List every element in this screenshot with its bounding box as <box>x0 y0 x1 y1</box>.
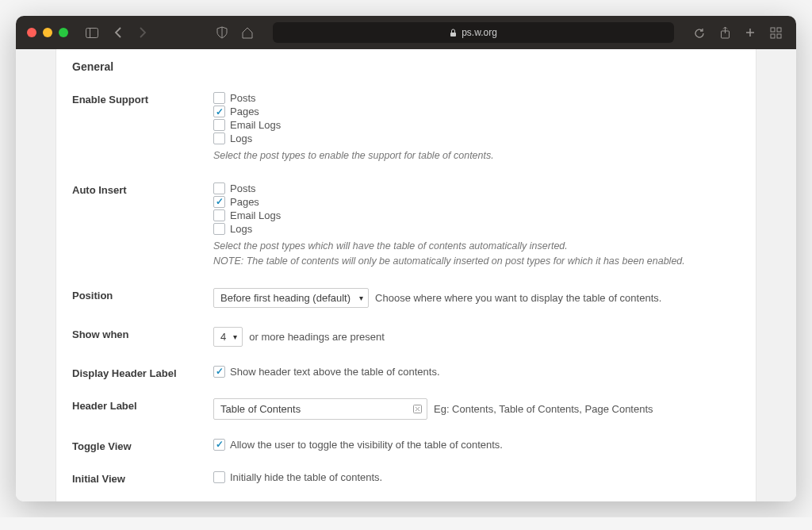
autoinsert-posts-label: Posts <box>230 182 256 194</box>
auto-insert-hint1: Select the post types which will have th… <box>213 240 740 254</box>
section-title: General <box>72 60 740 73</box>
display-header-text: Show header text above the table of cont… <box>230 366 440 378</box>
enable-logs-checkbox[interactable] <box>213 132 225 144</box>
toggle-view-label: Toggle View <box>72 439 213 452</box>
position-label: Position <box>72 288 213 301</box>
enable-logs-label: Logs <box>230 132 252 144</box>
enable-posts-label: Posts <box>230 92 256 104</box>
enable-support-label: Enable Support <box>72 92 213 106</box>
page-content: General Enable Support Posts Pages Email… <box>16 49 796 501</box>
toggle-view-checkbox[interactable] <box>213 439 225 451</box>
autoinsert-pages-label: Pages <box>230 196 259 208</box>
close-window-button[interactable] <box>27 28 36 37</box>
autoinsert-logs-label: Logs <box>230 223 252 235</box>
enable-support-row: Enable Support Posts Pages Email Logs Lo… <box>72 92 740 163</box>
autoinsert-logs-checkbox[interactable] <box>213 223 225 235</box>
back-button[interactable] <box>108 23 127 42</box>
svg-rect-3 <box>450 33 456 36</box>
position-select[interactable]: Before first heading (default) <box>213 288 369 308</box>
header-label-row: Header Label Eg: Contents, Table of Cont… <box>72 398 740 420</box>
browser-window: ps.w.org General Enable Support Posts Pa… <box>16 16 796 501</box>
header-label-input[interactable] <box>213 398 427 420</box>
header-label-after-text: Eg: Contents, Table of Contents, Page Co… <box>434 403 653 415</box>
autoinsert-pages-checkbox[interactable] <box>213 196 225 208</box>
toggle-view-row: Toggle View Allow the user to toggle the… <box>72 439 740 452</box>
share-button[interactable] <box>715 23 734 42</box>
show-when-after-text: or more headings are present <box>249 331 385 343</box>
lock-icon <box>450 29 457 37</box>
new-tab-button[interactable] <box>741 23 760 42</box>
maximize-window-button[interactable] <box>59 28 68 37</box>
settings-panel: General Enable Support Posts Pages Email… <box>56 49 756 501</box>
display-header-checkbox[interactable] <box>213 366 225 378</box>
tabs-overview-button[interactable] <box>766 23 785 42</box>
initial-view-label: Initial View <box>72 471 213 485</box>
svg-rect-10 <box>771 34 775 38</box>
enable-support-hint: Select the post types to enable the supp… <box>213 149 740 163</box>
url-text: ps.w.org <box>462 27 497 38</box>
show-when-select[interactable]: 4 <box>213 327 243 347</box>
browser-toolbar: ps.w.org <box>16 16 796 49</box>
display-header-row: Display Header Label Show header text ab… <box>72 366 740 379</box>
auto-insert-label: Auto Insert <box>72 182 213 196</box>
initial-view-text: Initially hide the table of contents. <box>230 471 382 483</box>
enable-posts-checkbox[interactable] <box>213 92 225 104</box>
clear-icon[interactable] <box>412 403 423 414</box>
auto-insert-hint2: NOTE: The table of contents will only be… <box>213 255 740 269</box>
autoinsert-emaillogs-checkbox[interactable] <box>213 209 225 221</box>
address-bar[interactable]: ps.w.org <box>273 22 674 43</box>
autoinsert-emaillogs-label: Email Logs <box>230 209 281 221</box>
enable-pages-label: Pages <box>230 106 259 117</box>
display-header-label: Display Header Label <box>72 366 213 379</box>
header-label-label: Header Label <box>72 398 213 412</box>
sidebar-toggle-button[interactable] <box>82 23 102 42</box>
auto-insert-row: Auto Insert Posts Pages Email Logs Logs … <box>72 182 740 269</box>
shield-icon[interactable] <box>213 23 232 42</box>
toggle-view-text: Allow the user to toggle the visibility … <box>230 439 503 451</box>
home-button[interactable] <box>238 23 257 42</box>
position-row: Position Before first heading (default) … <box>72 288 740 308</box>
minimize-window-button[interactable] <box>43 28 52 37</box>
show-when-row: Show when 4 or more headings are present <box>72 327 740 347</box>
svg-rect-9 <box>777 28 781 32</box>
svg-rect-8 <box>771 28 775 32</box>
reload-button[interactable] <box>690 23 709 42</box>
initial-view-row: Initial View Initially hide the table of… <box>72 471 740 485</box>
svg-rect-11 <box>777 34 781 38</box>
show-when-label: Show when <box>72 327 213 340</box>
forward-button[interactable] <box>133 23 152 42</box>
svg-rect-0 <box>86 28 98 37</box>
traffic-lights <box>27 28 68 37</box>
enable-pages-checkbox[interactable] <box>213 106 225 117</box>
enable-emaillogs-label: Email Logs <box>230 119 281 131</box>
position-after-text: Choose where where you want to display t… <box>375 292 661 304</box>
initial-view-checkbox[interactable] <box>213 471 225 483</box>
autoinsert-posts-checkbox[interactable] <box>213 182 225 194</box>
enable-emaillogs-checkbox[interactable] <box>213 119 225 131</box>
